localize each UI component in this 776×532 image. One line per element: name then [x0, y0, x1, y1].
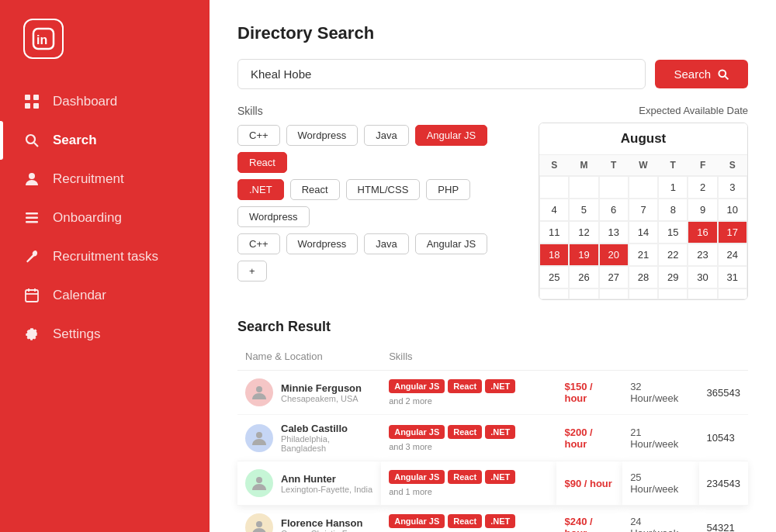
skill-tag-1-1[interactable]: React — [290, 179, 340, 200]
cal-day-24[interactable]: 24 — [718, 244, 747, 266]
svg-rect-2 — [25, 95, 30, 100]
skill-tag-2-0[interactable]: C++ — [237, 233, 280, 254]
cal-day-8[interactable]: 8 — [658, 199, 688, 221]
cal-day-6[interactable]: 6 — [599, 199, 629, 221]
more-skills-minnie: and 2 more — [389, 396, 432, 406]
sidebar-item-onboarding[interactable]: Onboarding — [0, 199, 210, 237]
id-num-ann: 234543 — [707, 478, 740, 489]
skill-tag-0-1[interactable]: Wordpress — [286, 125, 359, 146]
svg-point-21 — [256, 521, 262, 527]
skills-row-1: .NETReactHTML/CSSPHPWordpress — [237, 179, 515, 227]
svg-point-8 — [29, 173, 35, 179]
search-input[interactable] — [237, 59, 646, 89]
cal-day-1[interactable]: 1 — [658, 176, 688, 199]
skill-tag-2-2[interactable]: Java — [364, 233, 408, 254]
skill-badge-react-florence[interactable]: React — [448, 514, 482, 528]
cal-day-10[interactable]: 10 — [718, 199, 747, 221]
cal-day-22[interactable]: 22 — [658, 244, 688, 266]
cal-day-9[interactable]: 9 — [688, 199, 717, 221]
cal-day-empty-39 — [658, 288, 688, 299]
cell-rate-minnie: $150 / hour — [556, 371, 622, 415]
skill-tag-0-0[interactable]: C++ — [237, 125, 280, 146]
person-name-ann: Ann Hunter — [281, 473, 372, 485]
hours-caleb: 21 Hour/week — [630, 427, 678, 450]
result-row-caleb[interactable]: Caleb Castillo Philadelphia, Bangladesh … — [237, 415, 748, 461]
sidebar-item-recruitment-tasks[interactable]: Recruitment tasks — [0, 237, 210, 276]
skill-tag-2-1[interactable]: Wordpress — [286, 233, 359, 254]
cal-day-27[interactable]: 27 — [599, 266, 629, 288]
person-loc-ann: Lexington-Fayette, India — [281, 485, 372, 494]
skill-badge-.net-minnie[interactable]: .NET — [485, 379, 515, 393]
skill-badge-.net-caleb[interactable]: .NET — [485, 425, 515, 439]
skill-badge-angularjs-caleb[interactable]: Angular JS — [389, 425, 445, 439]
result-table: Name & Location Skills Minnie Ferguson C… — [237, 346, 748, 532]
result-row-ann[interactable]: Ann Hunter Lexington-Fayette, India Angu… — [237, 461, 748, 506]
cal-day-17[interactable]: 17 — [718, 221, 747, 244]
cell-hours-minnie: 32 Hour/week — [622, 371, 698, 415]
svg-rect-10 — [26, 217, 38, 219]
cell-name-minnie: Minnie Ferguson Chesapeakem, USA — [237, 371, 381, 415]
cal-day-15[interactable]: 15 — [658, 221, 688, 244]
cal-day-14[interactable]: 14 — [629, 221, 658, 244]
skill-tag-0-2[interactable]: Java — [364, 125, 408, 146]
skill-tag-1-4[interactable]: Wordpress — [237, 206, 310, 227]
cal-day-11[interactable]: 11 — [539, 221, 569, 244]
svg-point-6 — [26, 135, 35, 143]
cal-day-empty-1 — [569, 176, 598, 199]
cal-day-16[interactable]: 16 — [688, 221, 717, 244]
skill-tag-1-0[interactable]: .NET — [237, 179, 284, 200]
skill-tag-2-4[interactable]: + — [237, 261, 267, 282]
cal-day-20[interactable]: 20 — [599, 244, 629, 266]
sidebar-item-recruitment-tasks-label: Recruitment tasks — [53, 249, 158, 264]
sidebar-item-calendar[interactable]: Calendar — [0, 276, 210, 315]
skill-badge-react-caleb[interactable]: React — [448, 425, 482, 439]
skill-badge-angularjs-minnie[interactable]: Angular JS — [389, 379, 445, 393]
cal-day-29[interactable]: 29 — [658, 266, 688, 288]
cal-day-12[interactable]: 12 — [569, 221, 598, 244]
cal-day-30[interactable]: 30 — [688, 266, 717, 288]
skill-tag-2-3[interactable]: Angular JS — [415, 233, 488, 254]
result-row-florence[interactable]: Florence Hanson Corpus Christi., France … — [237, 506, 748, 533]
skill-badge-react-minnie[interactable]: React — [448, 379, 482, 393]
cell-id-florence: 54321 — [699, 506, 748, 533]
cal-day-28[interactable]: 28 — [629, 266, 658, 288]
cal-day-23[interactable]: 23 — [688, 244, 717, 266]
cal-day-31[interactable]: 31 — [718, 266, 747, 288]
sidebar-item-recruitment[interactable]: Recruitment — [0, 160, 210, 199]
sidebar: in Dashboard Search Recruitment — [0, 0, 210, 532]
skill-tag-0-3[interactable]: Angular JS — [415, 125, 488, 146]
sidebar-item-settings[interactable]: Settings — [0, 315, 210, 354]
cal-day-empty-40 — [688, 288, 717, 299]
sidebar-item-dashboard[interactable]: Dashboard — [0, 82, 210, 121]
skill-tag-0-4[interactable]: React — [237, 152, 287, 173]
avatar-florence — [245, 513, 273, 532]
cal-day-4[interactable]: 4 — [539, 199, 569, 221]
result-row-minnie[interactable]: Minnie Ferguson Chesapeakem, USA Angular… — [237, 371, 748, 415]
cal-day-2[interactable]: 2 — [688, 176, 717, 199]
page-title: Directory Search — [237, 23, 748, 43]
cal-day-21[interactable]: 21 — [629, 244, 658, 266]
skill-tag-1-2[interactable]: HTML/CSS — [346, 179, 421, 200]
id-num-minnie: 365543 — [707, 387, 740, 399]
person-name-florence: Florence Hanson — [281, 517, 369, 529]
cal-day-26[interactable]: 26 — [569, 266, 598, 288]
sidebar-item-search[interactable]: Search — [0, 121, 210, 160]
cal-day-19[interactable]: 19 — [569, 244, 598, 266]
cal-day-5[interactable]: 5 — [569, 199, 598, 221]
cal-day-13[interactable]: 13 — [599, 221, 629, 244]
cal-day-3[interactable]: 3 — [718, 176, 747, 199]
calendar: August SMTWTFS12345678910111213141516171… — [539, 123, 748, 300]
search-button[interactable]: Search — [655, 60, 748, 88]
skill-badge-.net-ann[interactable]: .NET — [485, 470, 515, 484]
skill-badge-angularjs-ann[interactable]: Angular JS — [389, 470, 445, 484]
cal-day-name-1: M — [569, 155, 598, 176]
cal-day-18[interactable]: 18 — [539, 244, 569, 266]
cal-day-25[interactable]: 25 — [539, 266, 569, 288]
col-name: Name & Location — [237, 346, 381, 371]
skill-tag-1-3[interactable]: PHP — [426, 179, 470, 200]
cell-name-florence: Florence Hanson Corpus Christi., France — [237, 506, 381, 533]
skill-badge-angularjs-florence[interactable]: Angular JS — [389, 514, 445, 528]
cal-day-7[interactable]: 7 — [629, 199, 658, 221]
skill-badge-react-ann[interactable]: React — [448, 470, 482, 484]
skill-badge-.net-florence[interactable]: .NET — [485, 514, 515, 528]
